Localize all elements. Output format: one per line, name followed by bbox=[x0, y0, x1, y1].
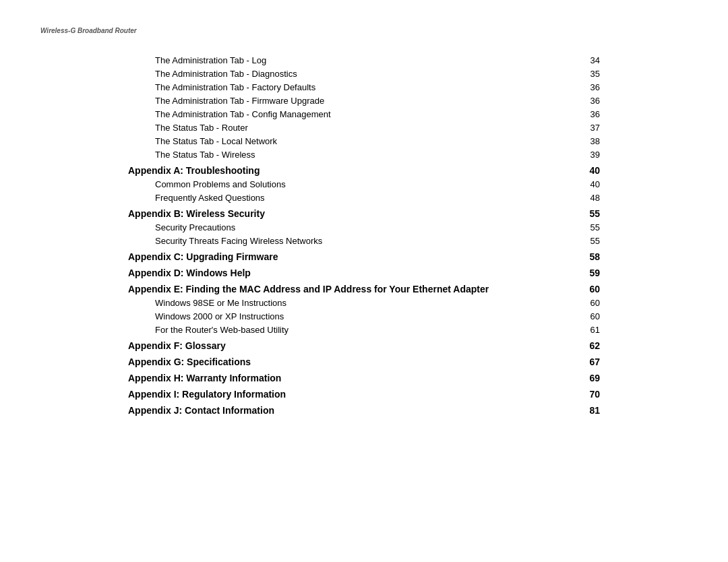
toc-entry: The Administration Tab - Firmware Upgrad… bbox=[128, 95, 600, 106]
toc-entry: Appendix D: Windows Help59 bbox=[128, 267, 600, 279]
toc-page: 36 bbox=[580, 109, 600, 119]
toc-page: 40 bbox=[580, 179, 600, 189]
toc-page: 48 bbox=[580, 193, 600, 203]
toc-entry: Appendix I: Regulatory Information70 bbox=[128, 388, 600, 400]
toc-entry: The Status Tab - Local Network38 bbox=[128, 135, 600, 147]
toc-page: 55 bbox=[580, 222, 600, 232]
toc-page: 61 bbox=[580, 325, 600, 335]
toc-entry: The Administration Tab - Diagnostics35 bbox=[128, 68, 600, 80]
toc-page: 59 bbox=[580, 268, 600, 278]
toc-entry: The Administration Tab - Config Manageme… bbox=[128, 108, 600, 120]
toc-page: 81 bbox=[580, 405, 600, 416]
toc-page: 36 bbox=[580, 96, 600, 106]
toc-label: Frequently Asked Questions bbox=[155, 193, 580, 203]
toc-entry: Common Problems and Solutions40 bbox=[128, 179, 600, 190]
toc-page: 60 bbox=[580, 298, 600, 308]
toc-entry: Appendix H: Warranty Information69 bbox=[128, 372, 600, 384]
toc-label: Security Precautions bbox=[155, 222, 580, 232]
toc-label: Windows 2000 or XP Instructions bbox=[155, 311, 580, 321]
toc-entry: Appendix E: Finding the MAC Address and … bbox=[128, 283, 600, 295]
toc-label: The Status Tab - Wireless bbox=[155, 150, 580, 160]
toc-entry: Appendix A: Troubleshooting40 bbox=[128, 164, 600, 177]
toc-label: Appendix B: Wireless Security bbox=[128, 208, 580, 219]
toc-label: Appendix G: Specifications bbox=[128, 356, 580, 367]
toc-label: Appendix D: Windows Help bbox=[128, 268, 580, 278]
toc-page: 36 bbox=[580, 82, 600, 92]
toc-page: 34 bbox=[580, 55, 600, 65]
toc-label: Appendix J: Contact Information bbox=[128, 405, 580, 416]
toc-label: The Administration Tab - Log bbox=[155, 55, 580, 65]
toc-page: 60 bbox=[580, 284, 600, 294]
toc-label: Appendix H: Warranty Information bbox=[128, 373, 580, 383]
toc-page: 39 bbox=[580, 150, 600, 160]
toc-label: The Administration Tab - Diagnostics bbox=[155, 69, 580, 79]
toc-label: Appendix E: Finding the MAC Address and … bbox=[128, 284, 580, 294]
toc-entry: Frequently Asked Questions48 bbox=[128, 192, 600, 204]
toc-entry: Security Precautions55 bbox=[128, 222, 600, 233]
toc-entry: The Administration Tab - Log34 bbox=[128, 55, 600, 66]
toc-page: 60 bbox=[580, 311, 600, 321]
toc-entry: Appendix C: Upgrading Firmware58 bbox=[128, 251, 600, 263]
toc-label: Common Problems and Solutions bbox=[155, 179, 580, 189]
toc-entry: Appendix B: Wireless Security55 bbox=[128, 208, 600, 220]
toc-label: The Administration Tab - Factory Default… bbox=[155, 82, 580, 92]
toc-container: The Administration Tab - Log34The Admini… bbox=[128, 55, 600, 416]
toc-page: 67 bbox=[580, 356, 600, 367]
toc-label: Appendix F: Glossary bbox=[128, 340, 580, 351]
toc-entry: Windows 98SE or Me Instructions60 bbox=[128, 297, 600, 309]
toc-entry: Appendix F: Glossary62 bbox=[128, 340, 600, 352]
toc-label: Security Threats Facing Wireless Network… bbox=[155, 236, 580, 246]
toc-page: 37 bbox=[580, 123, 600, 133]
toc-entry: For the Router's Web-based Utility61 bbox=[128, 324, 600, 336]
toc-entry: The Status Tab - Router37 bbox=[128, 122, 600, 133]
toc-page: 40 bbox=[580, 165, 600, 176]
toc-page: 35 bbox=[580, 69, 600, 79]
toc-label: Appendix I: Regulatory Information bbox=[128, 389, 580, 400]
toc-entry: Windows 2000 or XP Instructions60 bbox=[128, 311, 600, 322]
toc-page: 55 bbox=[580, 236, 600, 246]
toc-page: 58 bbox=[580, 251, 600, 262]
toc-label: For the Router's Web-based Utility bbox=[155, 325, 580, 335]
toc-label: The Administration Tab - Firmware Upgrad… bbox=[155, 96, 580, 106]
toc-label: The Status Tab - Local Network bbox=[155, 136, 580, 146]
toc-page: 69 bbox=[580, 373, 600, 383]
toc-entry: Appendix J: Contact Information81 bbox=[128, 404, 600, 416]
toc-entry: Appendix G: Specifications67 bbox=[128, 356, 600, 368]
toc-entry: The Status Tab - Wireless39 bbox=[128, 149, 600, 160]
page-header: Wireless-G Broadband Router bbox=[40, 27, 688, 34]
toc-label: Windows 98SE or Me Instructions bbox=[155, 298, 580, 308]
toc-label: Appendix A: Troubleshooting bbox=[128, 165, 580, 176]
toc-entry: Security Threats Facing Wireless Network… bbox=[128, 235, 600, 247]
toc-entry: The Administration Tab - Factory Default… bbox=[128, 82, 600, 93]
toc-label: The Status Tab - Router bbox=[155, 123, 580, 133]
toc-label: The Administration Tab - Config Manageme… bbox=[155, 109, 580, 119]
toc-page: 38 bbox=[580, 136, 600, 146]
toc-page: 62 bbox=[580, 340, 600, 351]
toc-label: Appendix C: Upgrading Firmware bbox=[128, 251, 580, 262]
toc-page: 55 bbox=[580, 208, 600, 219]
toc-page: 70 bbox=[580, 389, 600, 400]
